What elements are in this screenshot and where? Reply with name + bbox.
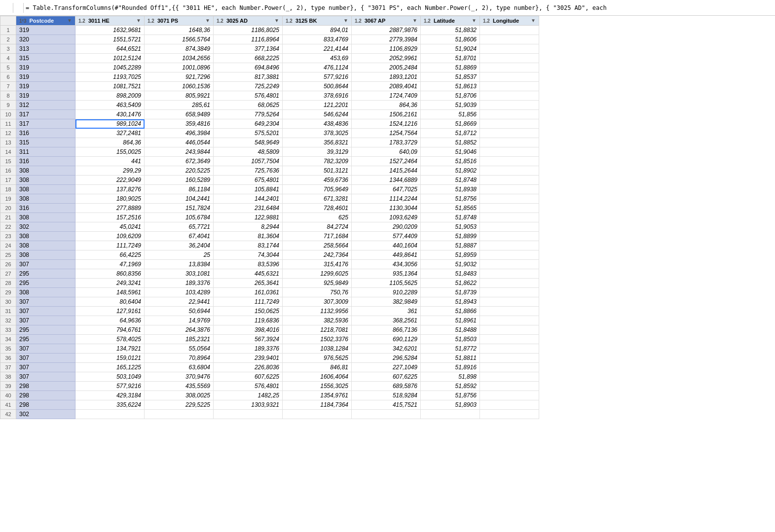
latitude-cell[interactable]: 51,8503: [421, 335, 480, 344]
he3011-cell[interactable]: 111,7249: [75, 241, 145, 250]
ad3025-cell[interactable]: 675,4801: [214, 176, 283, 185]
ad3025-cell[interactable]: 111,7249: [214, 297, 283, 307]
longitude-cell[interactable]: [480, 279, 539, 288]
col-header-postcode[interactable]: 1²3 Postcode ▼: [16, 16, 75, 26]
latitude-cell[interactable]: 51,8565: [421, 204, 480, 213]
postcode-cell[interactable]: 316: [16, 129, 75, 138]
longitude-cell[interactable]: [480, 138, 539, 147]
table-row[interactable]: 3030780,640422,9441111,7249307,3009382,9…: [0, 297, 539, 307]
longitude-cell[interactable]: [480, 72, 539, 82]
postcode-cell[interactable]: 298: [16, 382, 75, 391]
longitude-cell[interactable]: [480, 410, 539, 419]
bk3125-cell[interactable]: 1184,7364: [283, 400, 352, 410]
postcode-cell[interactable]: 313: [16, 44, 75, 54]
col-header-3125bk[interactable]: 1.2 3125 BK ▼: [283, 16, 352, 26]
he3011-cell[interactable]: 989,1024: [75, 119, 145, 129]
table-row[interactable]: 63191193,7025921,7296817,3881577,9216189…: [0, 72, 539, 82]
postcode-cell[interactable]: 307: [16, 260, 75, 269]
postcode-cell[interactable]: 316: [16, 157, 75, 166]
longitude-cell[interactable]: [480, 157, 539, 166]
he3011-cell[interactable]: 127,9161: [75, 307, 145, 316]
bk3125-cell[interactable]: 833,4769: [283, 35, 352, 44]
latitude-cell[interactable]: 51,9032: [421, 260, 480, 269]
ps3071-cell[interactable]: 805,9921: [145, 91, 214, 101]
latitude-cell[interactable]: 51,8516: [421, 157, 480, 166]
postcode-cell[interactable]: 295: [16, 269, 75, 279]
longitude-cell[interactable]: [480, 382, 539, 391]
table-row[interactable]: 36307159,012170,8964239,9401976,5625296,…: [0, 354, 539, 363]
latitude-cell[interactable]: 51,8852: [421, 138, 480, 147]
table-row[interactable]: 3313644,6521874,3849377,1364221,41441106…: [0, 44, 539, 54]
table-row[interactable]: 2230245,024165,77218,294484,2724290,0209…: [0, 222, 539, 232]
he3011-cell[interactable]: 1193,7025: [75, 72, 145, 82]
longitude-cell[interactable]: [480, 354, 539, 363]
ap3067-cell[interactable]: 440,1604: [352, 241, 421, 250]
bk3125-cell[interactable]: 671,3281: [283, 194, 352, 204]
latitude-cell[interactable]: 51,8756: [421, 194, 480, 204]
ap3067-cell[interactable]: 910,2289: [352, 288, 421, 297]
bk3125-cell[interactable]: 378,6916: [283, 91, 352, 101]
table-row[interactable]: 28295249,3241189,3376265,3641925,9849110…: [0, 279, 539, 288]
ap3067-cell[interactable]: 1527,2464: [352, 157, 421, 166]
latitude-cell[interactable]: 51,9039: [421, 101, 480, 110]
bk3125-cell[interactable]: 1502,3376: [283, 335, 352, 344]
postcode-cell[interactable]: 302: [16, 222, 75, 232]
he3011-cell[interactable]: 327,2481: [75, 129, 145, 138]
postcode-cell[interactable]: 319: [16, 63, 75, 72]
col-header-3067ap[interactable]: 1.2 3067 AP ▼: [352, 16, 421, 26]
longitude-cell[interactable]: [480, 222, 539, 232]
ad3025-cell[interactable]: 576,4801: [214, 91, 283, 101]
postcode-cell[interactable]: 308: [16, 232, 75, 241]
ps3071-cell[interactable]: 189,3376: [145, 279, 214, 288]
he3011-cell[interactable]: 463,5409: [75, 101, 145, 110]
he3011-cell[interactable]: 1632,9681: [75, 26, 145, 35]
ap3067-cell[interactable]: 449,8641: [352, 250, 421, 260]
table-row[interactable]: 23308109,620967,404181,3604717,1684577,4…: [0, 232, 539, 241]
ap3067-cell[interactable]: 1524,1216: [352, 119, 421, 129]
latitude-cell[interactable]: 51,8622: [421, 279, 480, 288]
he3011-cell[interactable]: 503,1049: [75, 372, 145, 382]
longitude-cell[interactable]: [480, 213, 539, 222]
longitude-cell[interactable]: [480, 400, 539, 410]
ps3071-cell[interactable]: 1566,5764: [145, 35, 214, 44]
longitude-cell[interactable]: [480, 269, 539, 279]
longitude-cell[interactable]: [480, 250, 539, 260]
bk3125-cell[interactable]: 438,4836: [283, 119, 352, 129]
ad3025-cell[interactable]: 445,6321: [214, 269, 283, 279]
table-row[interactable]: 31307127,916150,6944150,06251132,9956361…: [0, 307, 539, 316]
ad3025-cell[interactable]: 607,6225: [214, 372, 283, 382]
ps3071-cell[interactable]: 264,3876: [145, 325, 214, 335]
table-row[interactable]: 9312463,5409285,6168,0625121,2201864,365…: [0, 101, 539, 110]
ps3071-cell[interactable]: 36,2404: [145, 241, 214, 250]
ps3071-cell[interactable]: 308,0025: [145, 391, 214, 400]
latitude-cell[interactable]: 51,8488: [421, 325, 480, 335]
ps3071-cell[interactable]: 243,9844: [145, 147, 214, 157]
ps3071-cell[interactable]: 185,2321: [145, 335, 214, 344]
ad3025-cell[interactable]: 8,2944: [214, 222, 283, 232]
bk3125-cell[interactable]: 1132,9956: [283, 307, 352, 316]
bk3125-cell[interactable]: 782,3209: [283, 157, 352, 166]
table-row[interactable]: 53191045,22891001,0896694,8496476,112420…: [0, 63, 539, 72]
bk3125-cell[interactable]: 1354,9761: [283, 391, 352, 400]
postcode-cell[interactable]: 311: [16, 147, 75, 157]
ad3025-cell[interactable]: 398,4016: [214, 325, 283, 335]
ps3071-cell[interactable]: 160,5289: [145, 176, 214, 185]
ps3071-cell[interactable]: 67,4041: [145, 232, 214, 241]
ap3067-cell[interactable]: 577,4409: [352, 232, 421, 241]
table-row[interactable]: 17308222,9049160,5289675,4801459,6736134…: [0, 176, 539, 185]
ap3067-filter-icon[interactable]: ▼: [412, 18, 417, 23]
latitude-cell[interactable]: 51,8606: [421, 35, 480, 44]
longitude-cell[interactable]: [480, 307, 539, 316]
latitude-cell[interactable]: 51,8938: [421, 185, 480, 194]
postcode-cell[interactable]: 308: [16, 250, 75, 260]
table-row[interactable]: 40298429,3184308,00251482,251354,9761518…: [0, 391, 539, 400]
longitude-cell[interactable]: [480, 129, 539, 138]
postcode-cell[interactable]: 316: [16, 204, 75, 213]
postcode-cell[interactable]: 295: [16, 279, 75, 288]
table-row[interactable]: 24308111,724936,240483,1744258,5664440,1…: [0, 241, 539, 250]
ap3067-cell[interactable]: 368,2561: [352, 316, 421, 325]
ps3071-cell[interactable]: 921,7296: [145, 72, 214, 82]
bk3125-cell[interactable]: 476,1124: [283, 63, 352, 72]
longitude-cell[interactable]: [480, 176, 539, 185]
latitude-cell[interactable]: 51,8706: [421, 91, 480, 101]
